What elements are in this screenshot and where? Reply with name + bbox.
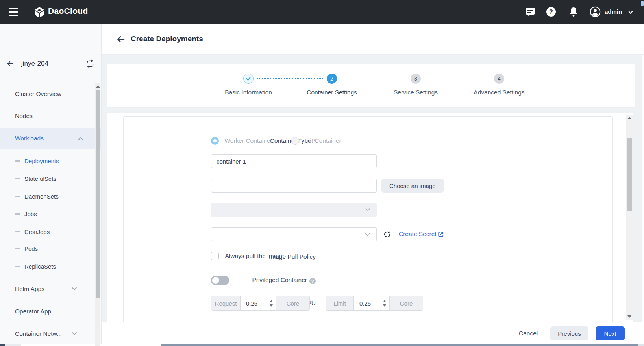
next-button[interactable]: Next [596, 326, 625, 340]
step-4-badge[interactable]: 4 [494, 74, 504, 84]
hscrollbar-thumb[interactable] [161, 344, 638, 346]
step-2-badge[interactable]: 2 [327, 74, 337, 84]
cpu-request-group: Request 0.25 Core [211, 296, 310, 311]
help-icon[interactable]: ? [546, 6, 557, 17]
init-container-radio[interactable] [291, 137, 299, 145]
scrollbar-corner [0, 344, 5, 346]
cpu-request-stepper[interactable] [266, 296, 276, 310]
init-container-option[interactable]: Init Container [305, 137, 341, 144]
chevron-down-icon [365, 208, 370, 212]
wizard-footer: Cancel Previous Next [102, 322, 644, 344]
image-input[interactable] [211, 179, 377, 193]
always-pull-label[interactable]: Always pull the image [225, 252, 284, 259]
sidebar-item-helm-apps[interactable]: Helm Apps [0, 281, 95, 297]
form-row-registry-secret: Registry Secret? Create Secret [124, 227, 613, 241]
page-back-arrow-icon[interactable] [117, 35, 125, 44]
sidebar-scrollbar-thumb[interactable] [96, 90, 100, 298]
page-title: Create Deployments [131, 35, 203, 43]
chevron-down-icon [72, 332, 77, 336]
form-row-container-name: Container Name* [124, 154, 613, 168]
hscrollbar-track[interactable] [638, 344, 644, 346]
worker-container-option[interactable]: Worker Container [224, 137, 272, 144]
step-2-label[interactable]: Container Settings [307, 89, 357, 96]
content-scrollbar-thumb[interactable] [627, 138, 632, 211]
image-version-select[interactable] [211, 203, 377, 217]
notifications-bell-icon[interactable] [568, 6, 579, 17]
cluster-name[interactable]: jinye-204 [21, 60, 48, 68]
cpu-request-unit: Core [276, 296, 309, 310]
step-3-label[interactable]: Service Settings [394, 89, 438, 96]
external-link-icon[interactable] [437, 231, 444, 238]
privileged-container-label: Privileged Container [252, 276, 307, 283]
cpu-request-addon: Request [211, 296, 240, 310]
switch-cluster-icon[interactable] [86, 59, 94, 68]
step-1-label[interactable]: Basic Information [225, 89, 272, 96]
sidebar-item-pods[interactable]: Pods [0, 241, 95, 256]
cpu-request-value[interactable]: 0.25 [240, 296, 266, 310]
form-row-privileged-container: Privileged Container? [124, 275, 613, 286]
stepper-connector [424, 79, 492, 79]
container-panel: Container Type* Worker Container Init Co… [123, 116, 613, 322]
registry-secret-select[interactable] [211, 227, 377, 241]
stepper-connector-dotted [257, 78, 324, 79]
sidebar-divider [6, 82, 94, 82]
sidebar-item-workloads[interactable]: Workloads [0, 128, 102, 149]
user-avatar[interactable] [590, 6, 601, 17]
wizard-stepper: 2 3 4 Basic Information Container Settin… [107, 64, 635, 107]
cancel-button[interactable]: Cancel [519, 327, 538, 340]
svg-text:?: ? [549, 9, 553, 15]
chevron-down-icon [72, 287, 77, 291]
worker-container-radio[interactable] [211, 137, 219, 145]
form-row-image: Image* Choose an image [124, 179, 613, 193]
stepper-connector [340, 79, 409, 79]
form-row-image-pull-policy: Image Pull Policy Always pull the image [124, 251, 613, 262]
sidebar-item-replicasets[interactable]: ReplicaSets [0, 258, 95, 274]
choose-image-button[interactable]: Choose an image [381, 179, 444, 193]
cpu-limit-stepper[interactable] [379, 296, 390, 310]
privileged-toggle-off[interactable] [211, 276, 229, 285]
sidebar-item-cronjobs[interactable]: CronJobs [0, 224, 95, 239]
daocloud-logo-icon [34, 7, 45, 18]
chevron-up-icon [78, 136, 83, 140]
content-scroll-up-icon[interactable] [627, 117, 631, 119]
sidebar-item-daemonsets[interactable]: DaemonSets [0, 188, 95, 204]
sidebar-item-cluster-overview[interactable]: Cluster Overview [0, 86, 95, 102]
step-3-badge[interactable]: 3 [411, 74, 421, 84]
container-name-input[interactable] [211, 154, 377, 168]
refresh-secrets-icon[interactable] [383, 230, 392, 239]
sidebar-scroll-up-icon[interactable] [96, 85, 100, 88]
cpu-limit-unit: Core [390, 296, 423, 310]
browser-scrollbar-thumb[interactable] [641, 1, 644, 6]
hamburger-menu-icon[interactable] [9, 8, 18, 16]
sidebar-item-jobs[interactable]: Jobs [0, 206, 95, 222]
cpu-limit-addon: Limit [326, 296, 353, 310]
sidebar-item-deployments[interactable]: Deployments [0, 153, 95, 169]
step-4-label[interactable]: Advanced Settings [474, 89, 524, 96]
sidebar-item-nodes[interactable]: Nodes [0, 108, 95, 124]
hscrollbar-track[interactable] [21, 344, 161, 346]
username[interactable]: admin [605, 8, 622, 15]
page-right-edge [642, 24, 644, 344]
container-settings-form: Container Type* Worker Container Init Co… [107, 113, 633, 322]
always-pull-checkbox[interactable] [211, 252, 219, 260]
cpu-limit-value[interactable]: 0.25 [353, 296, 379, 310]
messages-icon[interactable] [525, 6, 536, 17]
create-secret-link[interactable]: Create Secret [399, 230, 437, 237]
help-tooltip-icon[interactable]: ? [309, 278, 316, 284]
sidebar-item-statefulsets[interactable]: StatefulSets [0, 171, 95, 186]
form-row-cpu: CPU Request 0.25 Core Limit 0.25 Core [124, 296, 613, 311]
content-scroll-down-icon[interactable] [627, 315, 631, 318]
top-bar: DaoCloud ? admin [0, 0, 644, 24]
cluster-back-arrow-icon[interactable] [6, 60, 14, 68]
user-menu-chevron-down-icon[interactable] [627, 9, 634, 15]
previous-button[interactable]: Previous [550, 326, 588, 340]
form-row-container-type: Container Type* Worker Container Init Co… [124, 134, 613, 148]
chevron-down-icon [365, 233, 370, 236]
sidebar-item-operator-app[interactable]: Operator App [0, 304, 95, 319]
hscrollbar-track[interactable] [5, 344, 21, 346]
page-header: Create Deployments [102, 24, 644, 55]
sidebar-item-container-network[interactable]: Container Netw... [0, 326, 95, 342]
brand-name: DaoCloud [48, 6, 88, 16]
sidebar: jinye-204 Cluster Overview Nodes Workloa… [0, 24, 102, 344]
step-1-done-icon[interactable] [243, 74, 254, 84]
